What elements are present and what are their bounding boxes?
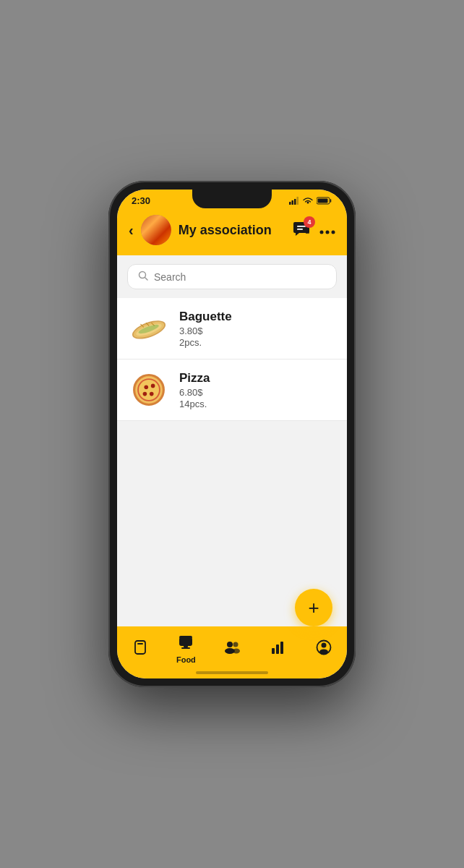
svg-point-38 [227,642,233,647]
svg-rect-3 [297,197,299,205]
people-icon [223,641,241,658]
svg-point-14 [332,230,335,234]
svg-rect-44 [280,642,283,654]
list-item[interactable]: Baguette 3.80$ 2pcs. [117,298,347,359]
status-icons [289,197,332,205]
food-icon [178,634,194,653]
food-name: Pizza [179,371,335,386]
svg-rect-37 [181,647,190,649]
search-box [127,264,337,289]
avatar-image [141,215,171,245]
svg-rect-5 [318,199,328,203]
signal-icon [289,197,299,205]
svg-rect-32 [135,641,145,654]
svg-point-13 [326,230,330,234]
phone-frame: 2:30 [108,181,356,687]
nav-item-account[interactable] [301,639,347,659]
page-title: My association [179,223,286,238]
account-icon [316,639,332,659]
more-button[interactable] [319,223,335,238]
pizza-image [129,370,169,410]
svg-point-41 [233,648,240,653]
back-button[interactable]: ‹ [129,222,134,239]
phone-screen: 2:30 [117,190,347,678]
svg-rect-35 [179,636,192,639]
home-indicator [196,671,268,674]
content-area: Baguette 3.80$ 2pcs. [117,298,347,626]
wifi-icon [302,197,314,205]
svg-point-28 [151,384,155,388]
search-icon [138,271,148,283]
add-button[interactable]: + [295,589,332,626]
svg-rect-43 [276,644,279,654]
svg-point-12 [320,230,324,234]
svg-rect-1 [292,200,294,205]
svg-point-27 [144,385,148,389]
svg-point-26 [139,380,159,400]
nav-item-drinks[interactable] [117,639,163,659]
svg-rect-11 [297,229,303,230]
svg-rect-42 [272,648,275,654]
nav-item-stats[interactable] [255,641,301,658]
nav-item-people[interactable] [209,641,255,658]
food-quantity: 2pcs. [179,337,335,348]
status-time: 2:30 [132,195,150,206]
list-item[interactable]: Pizza 6.80$ 14pcs. [117,359,347,421]
svg-rect-36 [184,645,188,647]
food-price: 6.80$ [179,387,335,398]
food-nav-label: Food [176,655,196,664]
svg-rect-0 [289,202,291,205]
header: ‹ My association [117,209,347,255]
stats-icon [271,641,285,658]
food-name: Baguette [179,310,335,324]
svg-rect-2 [294,199,296,205]
svg-rect-33 [137,643,143,644]
avatar [141,215,171,245]
notification-badge: 4 [304,216,315,228]
header-actions: 4 [293,221,335,239]
svg-point-29 [143,392,147,396]
notification-button[interactable]: 4 [293,221,311,239]
svg-point-47 [319,649,328,654]
drinks-icon [133,639,147,659]
food-quantity: 14pcs. [179,399,335,409]
notch [192,190,272,208]
svg-point-30 [150,392,154,396]
more-icon [319,230,335,234]
nav-item-food[interactable]: Food [163,634,210,664]
food-price: 3.80$ [179,326,335,336]
food-list: Baguette 3.80$ 2pcs. [117,298,347,421]
search-input[interactable] [154,271,326,283]
baguette-image [129,308,169,349]
battery-icon [317,197,332,205]
svg-point-46 [322,642,327,647]
food-info: Pizza 6.80$ 14pcs. [179,371,335,409]
svg-point-39 [233,642,238,647]
search-container [117,255,347,298]
fab-container: + [295,589,332,626]
food-info: Baguette 3.80$ 2pcs. [179,310,335,348]
